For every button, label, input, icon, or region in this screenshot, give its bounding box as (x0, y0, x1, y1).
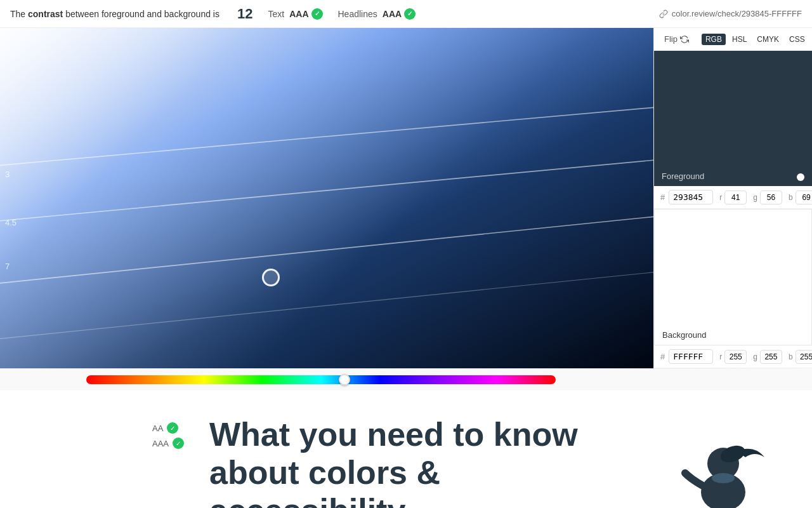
format-tab-hsl[interactable]: HSL (728, 34, 750, 45)
fg-b-input[interactable] (796, 190, 812, 204)
fg-g-label: g (753, 193, 757, 202)
fg-r-input[interactable] (724, 190, 747, 204)
bg-r-input[interactable] (724, 350, 747, 364)
format-tab-cmyk[interactable]: CMYK (753, 34, 783, 45)
bg-b-input[interactable] (796, 350, 812, 364)
illustration (672, 416, 774, 508)
bg-hex-input[interactable] (669, 349, 713, 364)
aaa-label: AAA (152, 439, 169, 448)
url-link[interactable]: color.review/check/293845-FFFFFF (659, 9, 802, 18)
svg-point-7 (712, 473, 735, 483)
bg-hash: # (659, 352, 666, 361)
background-color-inputs: # r g b (654, 345, 812, 368)
headlines-aaa-badge: AAA ✓ (383, 8, 416, 20)
format-tab-css[interactable]: CSS (785, 34, 809, 45)
bg-g-label: g (753, 352, 757, 361)
canvas-background[interactable]: 3 4.5 7 (0, 28, 653, 368)
aa-badge-row: AA ✓ (152, 422, 184, 434)
svg-line-0 (0, 97, 653, 166)
contrast-bold: contrast (28, 9, 63, 19)
svg-line-1 (0, 149, 653, 222)
fg-hash: # (659, 192, 666, 202)
svg-line-3 (0, 260, 653, 340)
illustration-svg (672, 416, 774, 508)
text-check-icon: ✓ (311, 8, 323, 20)
fg-r-label: r (719, 193, 722, 202)
hero-heading: What you need to know about colors & acc… (209, 416, 647, 508)
aa-label: AA (152, 424, 163, 433)
headlines-check-icon: ✓ (404, 8, 416, 20)
bg-r-label: r (719, 352, 722, 361)
foreground-swatch[interactable]: Foreground (654, 51, 812, 186)
headlines-badge-group: Headlines AAA ✓ (338, 8, 416, 20)
canvas-area[interactable]: 3 4.5 7 (0, 28, 653, 368)
format-tabs: RGB HSL CMYK CSS (702, 34, 809, 45)
text-aaa-badge: AAA ✓ (289, 8, 322, 20)
background-swatch[interactable]: Background (654, 209, 812, 345)
foreground-color-inputs: # r g b (654, 186, 812, 209)
aaa-badge-row: AAA ✓ (152, 438, 184, 449)
contrast-value: 12 (237, 6, 252, 22)
hue-slider-wrapper (86, 375, 556, 384)
text-badge-group: Text AAA ✓ (268, 8, 322, 20)
bg-b-label: b (789, 352, 793, 361)
hue-slider-container (0, 368, 812, 391)
background-label: Background (662, 330, 706, 340)
hue-slider-track[interactable] (86, 375, 556, 384)
hero-text-block: What you need to know about colors & acc… (209, 416, 647, 508)
url-text: color.review/check/293845-FFFFFF (672, 9, 802, 18)
top-bar: The contrast between foreground and back… (0, 0, 812, 28)
hue-slider-thumb[interactable] (339, 374, 350, 385)
flip-label: Flip (664, 34, 678, 44)
foreground-label: Foreground (662, 171, 704, 181)
contour-lines-svg (0, 28, 653, 368)
format-tab-rgb[interactable]: RGB (702, 34, 726, 45)
bg-g-input[interactable] (760, 350, 782, 364)
flip-format-bar: Flip RGB HSL CMYK CSS (654, 28, 812, 51)
text-label: Text (268, 9, 284, 19)
flip-icon (680, 35, 689, 44)
bottom-section: AA ✓ AAA ✓ What you need to know about c… (0, 391, 812, 508)
fg-g-input[interactable] (760, 190, 782, 204)
fg-hex-input[interactable] (669, 190, 713, 204)
flip-button[interactable]: Flip (662, 33, 691, 45)
foreground-dot (797, 173, 804, 181)
headlines-label: Headlines (338, 9, 377, 19)
link-icon (659, 10, 668, 18)
aa-check-icon: ✓ (167, 422, 178, 434)
color-swatch-panel: Flip RGB HSL CMYK CSS Foreground # (653, 28, 812, 368)
aaa-check-icon: ✓ (173, 438, 184, 449)
main-layout: 3 4.5 7 Flip RGB HSL (0, 28, 812, 368)
aa-aaa-badges: AA ✓ AAA ✓ (152, 416, 184, 449)
contrast-description: The contrast between foreground and back… (10, 9, 219, 19)
color-canvas[interactable]: 3 4.5 7 (0, 28, 653, 368)
canvas-cursor[interactable] (262, 269, 280, 286)
fg-b-label: b (789, 193, 793, 202)
svg-line-2 (0, 205, 653, 285)
